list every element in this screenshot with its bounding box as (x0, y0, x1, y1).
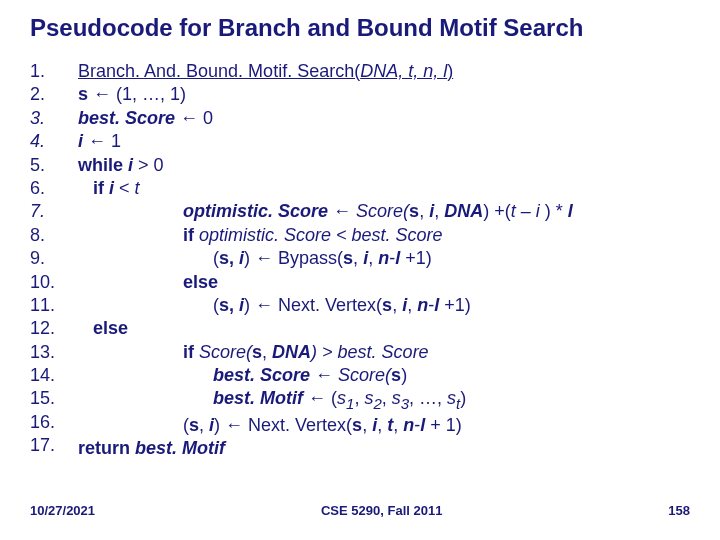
ln-15: 15. (30, 387, 78, 410)
ln-11: 11. (30, 294, 78, 317)
ln-12: 12. (30, 317, 78, 340)
code-line-3: best. Score ← 0 (78, 107, 573, 130)
ln-5: 5. (30, 154, 78, 177)
ln-7: 7. (30, 200, 78, 223)
pseudocode-block: 1. 2. 3. 4. 5. 6. 7. 8. 9. 10. 11. 12. 1… (30, 60, 690, 460)
ln-17: 17. (30, 434, 78, 457)
code-line-8: if optimistic. Score < best. Score (78, 224, 573, 247)
code-lines: Branch. And. Bound. Motif. Search(DNA, t… (78, 60, 573, 460)
ln-13: 13. (30, 341, 78, 364)
ln-8: 8. (30, 224, 78, 247)
ln-14: 14. (30, 364, 78, 387)
ln-4: 4. (30, 130, 78, 153)
code-line-6: if i < t (78, 177, 573, 200)
code-line-10: else (78, 271, 573, 294)
ln-10: 10. (30, 271, 78, 294)
ln-6: 6. (30, 177, 78, 200)
code-line-4: i ← 1 (78, 130, 573, 153)
footer-date: 10/27/2021 (30, 503, 95, 518)
code-line-2: s ← (1, …, 1) (78, 83, 573, 106)
code-line-17: return best. Motif (78, 437, 573, 460)
code-line-15: best. Motif ← (s1, s2, s3, …, st) (78, 387, 573, 413)
code-line-13: if Score(s, DNA) > best. Score (78, 341, 573, 364)
footer: 10/27/2021 CSE 5290, Fall 2011 158 (30, 503, 690, 518)
ln-9: 9. (30, 247, 78, 270)
code-line-14: best. Score ← Score(s) (78, 364, 573, 387)
code-line-12: else (78, 317, 573, 340)
code-line-9: (s, i) ← Bypass(s, i, n-l +1) (78, 247, 573, 270)
footer-page: 158 (668, 503, 690, 518)
code-line-11: (s, i) ← Next. Vertex(s, i, n-l +1) (78, 294, 573, 317)
ln-2: 2. (30, 83, 78, 106)
ln-1: 1. (30, 60, 78, 83)
footer-course: CSE 5290, Fall 2011 (321, 503, 442, 518)
ln-16: 16. (30, 411, 78, 434)
line-numbers: 1. 2. 3. 4. 5. 6. 7. 8. 9. 10. 11. 12. 1… (30, 60, 78, 460)
code-line-1: Branch. And. Bound. Motif. Search(DNA, t… (78, 60, 573, 83)
ln-3: 3. (30, 107, 78, 130)
code-line-5: while i > 0 (78, 154, 573, 177)
code-line-7: optimistic. Score ← Score(s, i, DNA) +(t… (78, 200, 573, 223)
code-line-16: (s, i) ← Next. Vertex(s, i, t, n-l + 1) (78, 414, 573, 437)
page-title: Pseudocode for Branch and Bound Motif Se… (30, 14, 690, 42)
